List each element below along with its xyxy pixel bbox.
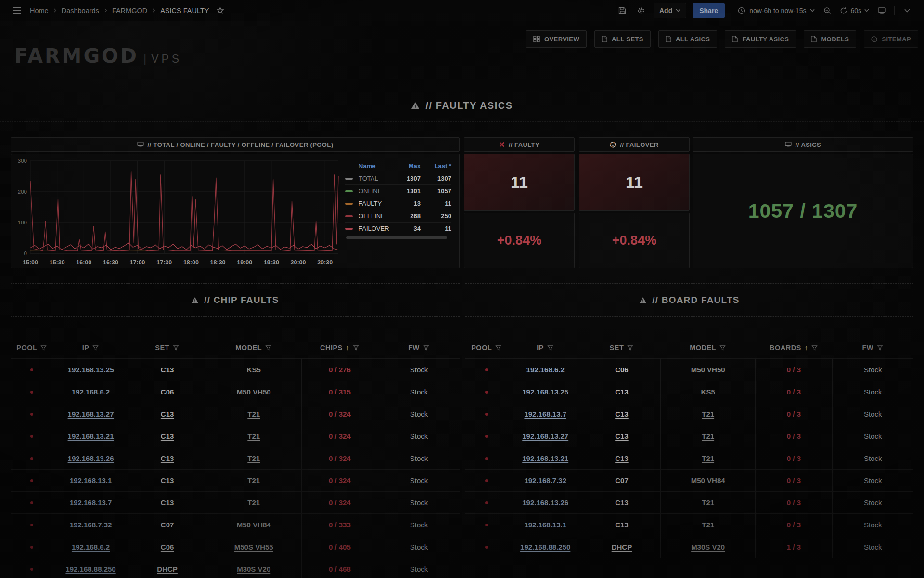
breadcrumb-dashboards[interactable]: Dashboards bbox=[62, 7, 99, 14]
column-header-set[interactable]: SET bbox=[583, 337, 660, 358]
ip-link[interactable]: 192.168.13.27 bbox=[522, 432, 568, 440]
column-header-fw[interactable]: FW bbox=[378, 337, 460, 358]
model-link[interactable]: T21 bbox=[247, 454, 260, 462]
model-link[interactable]: KS5 bbox=[701, 388, 715, 396]
model-link[interactable]: T21 bbox=[247, 432, 260, 440]
ip-link[interactable]: 192.168.7.32 bbox=[70, 521, 112, 529]
model-link[interactable]: T21 bbox=[702, 432, 714, 440]
column-header-chips[interactable]: CHIPS↑ bbox=[301, 337, 378, 358]
share-button[interactable]: Share bbox=[693, 3, 725, 18]
asics-panel-header[interactable]: // ASICS bbox=[693, 137, 913, 152]
set-link[interactable]: C13 bbox=[161, 410, 174, 418]
ip-link[interactable]: 192.168.88.250 bbox=[520, 543, 570, 551]
model-link[interactable]: M50 VH50 bbox=[691, 366, 725, 374]
ip-link[interactable]: 192.168.13.21 bbox=[68, 432, 114, 440]
series-color-swatch[interactable] bbox=[345, 178, 353, 180]
model-link[interactable]: T21 bbox=[702, 521, 714, 529]
ip-link[interactable]: 192.168.88.250 bbox=[65, 565, 116, 573]
column-header-ip[interactable]: IP bbox=[53, 337, 128, 358]
filter-icon[interactable] bbox=[719, 345, 726, 351]
sort-ascending-icon[interactable]: ↑ bbox=[346, 344, 349, 352]
set-link[interactable]: C13 bbox=[161, 454, 174, 462]
filter-icon[interactable] bbox=[353, 345, 359, 351]
link-faulty-asics[interactable]: FAULTY ASICS bbox=[725, 30, 796, 48]
model-link[interactable]: T21 bbox=[247, 410, 260, 418]
menu-icon[interactable] bbox=[11, 4, 23, 17]
filter-icon[interactable] bbox=[547, 345, 553, 351]
set-link[interactable]: C13 bbox=[161, 432, 174, 440]
collapse-toolbar-icon[interactable] bbox=[901, 4, 913, 17]
ip-link[interactable]: 192.168.6.2 bbox=[72, 388, 110, 396]
ip-link[interactable]: 192.168.7.32 bbox=[524, 476, 566, 485]
model-link[interactable]: M50 VH84 bbox=[691, 476, 725, 485]
set-link[interactable]: C13 bbox=[161, 366, 174, 374]
filter-icon[interactable] bbox=[423, 345, 429, 351]
model-link[interactable]: T21 bbox=[247, 499, 260, 507]
settings-gear-icon[interactable] bbox=[635, 4, 647, 17]
model-link[interactable]: T21 bbox=[702, 454, 714, 462]
legend-scrollbar[interactable] bbox=[346, 236, 447, 239]
model-link[interactable]: M30S V20 bbox=[237, 565, 270, 573]
ip-link[interactable]: 192.168.6.2 bbox=[72, 543, 110, 551]
set-link[interactable]: DHCP bbox=[157, 565, 178, 573]
set-link[interactable]: C06 bbox=[161, 388, 174, 396]
failover-value-panel[interactable]: 11 bbox=[579, 154, 690, 211]
set-link[interactable]: DHCP bbox=[612, 543, 632, 551]
column-header-boards[interactable]: BOARDS↑ bbox=[755, 337, 832, 358]
ip-link[interactable]: 192.168.13.1 bbox=[524, 521, 566, 529]
series-name[interactable]: FAULTY bbox=[359, 200, 393, 207]
column-header-pool[interactable]: POOL bbox=[465, 337, 508, 358]
ip-link[interactable]: 192.168.13.7 bbox=[524, 410, 566, 418]
legend-header-name[interactable]: Name bbox=[359, 162, 393, 170]
series-color-swatch[interactable] bbox=[345, 190, 353, 192]
set-link[interactable]: C13 bbox=[615, 499, 629, 507]
column-header-fw[interactable]: FW bbox=[832, 337, 913, 358]
model-link[interactable]: M50 VH50 bbox=[237, 388, 271, 396]
legend-header-max[interactable]: Max bbox=[393, 162, 421, 170]
set-link[interactable]: C13 bbox=[161, 499, 174, 507]
breadcrumb-home[interactable]: Home bbox=[30, 7, 49, 14]
column-header-model[interactable]: MODEL bbox=[660, 337, 755, 358]
filter-icon[interactable] bbox=[495, 345, 501, 351]
series-name[interactable]: FAILOVER bbox=[359, 225, 393, 232]
tv-mode-icon[interactable] bbox=[875, 4, 888, 17]
set-link[interactable]: C06 bbox=[161, 543, 174, 551]
model-link[interactable]: T21 bbox=[702, 499, 714, 507]
asics-value-panel[interactable]: 1057 / 1307 bbox=[693, 154, 913, 268]
save-dashboard-icon[interactable] bbox=[616, 4, 629, 17]
set-link[interactable]: C06 bbox=[615, 366, 629, 374]
ip-link[interactable]: 192.168.13.1 bbox=[70, 476, 112, 485]
set-link[interactable]: C13 bbox=[615, 432, 629, 440]
link-all-sets[interactable]: ALL SETS bbox=[594, 30, 651, 48]
series-name[interactable]: OFFLINE bbox=[359, 212, 393, 220]
series-name[interactable]: TOTAL bbox=[359, 175, 393, 182]
faulty-change-panel[interactable]: +0.84% bbox=[464, 213, 575, 268]
series-color-swatch[interactable] bbox=[345, 203, 353, 205]
add-button[interactable]: Add bbox=[654, 3, 686, 18]
model-link[interactable]: KS5 bbox=[247, 366, 261, 374]
timeseries-panel-header[interactable]: // TOTAL / ONLINE / FAULTY / OFFLINE / F… bbox=[11, 137, 460, 152]
ip-link[interactable]: 192.168.6.2 bbox=[526, 366, 565, 374]
ip-link[interactable]: 192.168.13.25 bbox=[68, 366, 114, 374]
set-link[interactable]: C13 bbox=[615, 388, 629, 396]
filter-icon[interactable] bbox=[92, 345, 99, 351]
refresh-control[interactable]: 60s bbox=[840, 7, 869, 14]
model-link[interactable]: T21 bbox=[247, 476, 260, 485]
column-header-pool[interactable]: POOL bbox=[11, 337, 53, 358]
faulty-panel-header[interactable]: // FAULTY bbox=[464, 137, 575, 152]
breadcrumb-folder[interactable]: FARMGOD bbox=[112, 7, 147, 14]
filter-icon[interactable] bbox=[173, 345, 179, 351]
breadcrumb-current[interactable]: ASICS FAULTY bbox=[160, 7, 209, 14]
link-sitemap[interactable]: SITEMAP bbox=[864, 30, 918, 48]
set-link[interactable]: C13 bbox=[615, 521, 629, 529]
set-link[interactable]: C07 bbox=[615, 476, 629, 485]
model-link[interactable]: M30S V20 bbox=[691, 543, 725, 551]
ip-link[interactable]: 192.168.13.26 bbox=[522, 499, 568, 507]
ip-link[interactable]: 192.168.13.7 bbox=[70, 499, 112, 507]
ip-link[interactable]: 192.168.13.26 bbox=[68, 454, 114, 462]
time-range-picker[interactable]: now-6h to now-15s bbox=[738, 7, 815, 14]
timeseries-chart[interactable]: 15:0015:3016:0016:3017:0017:3018:0018:30… bbox=[11, 154, 343, 268]
filter-icon[interactable] bbox=[265, 345, 271, 351]
sort-ascending-icon[interactable]: ↑ bbox=[805, 344, 808, 352]
set-link[interactable]: C13 bbox=[615, 410, 629, 418]
